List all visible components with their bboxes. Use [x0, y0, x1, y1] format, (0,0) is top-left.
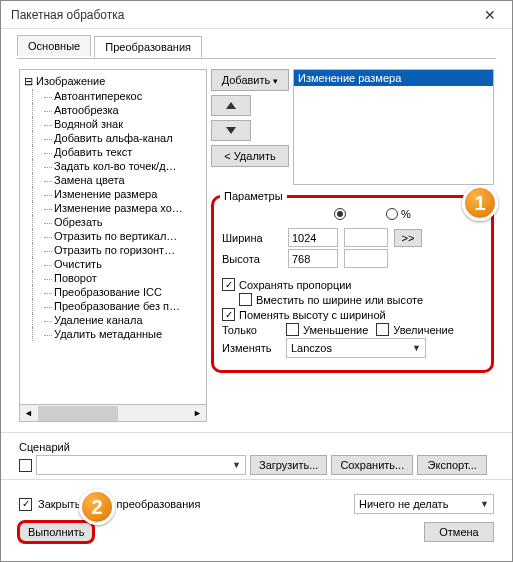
- tree-item[interactable]: Поворот: [44, 271, 204, 285]
- swap-checkbox[interactable]: [222, 308, 235, 321]
- triangle-up-icon: [226, 102, 236, 109]
- keep-ratio-label: Сохранять пропорции: [239, 279, 352, 291]
- scenario-select[interactable]: ▼: [36, 455, 246, 475]
- tree-item[interactable]: Замена цвета: [44, 173, 204, 187]
- chevron-down-icon: ▼: [480, 499, 489, 509]
- export-button[interactable]: Экспорт...: [417, 455, 487, 475]
- fit-label: Вместить по ширине или высоте: [256, 294, 423, 306]
- width-label: Ширина: [222, 232, 282, 244]
- tree-root[interactable]: Изображение: [24, 74, 204, 89]
- tree-item[interactable]: Отразить по вертикал…: [44, 229, 204, 243]
- parameters-legend: Параметры: [220, 190, 287, 202]
- go-button[interactable]: >>: [394, 229, 422, 247]
- tree-item[interactable]: Преобразование без п…: [44, 299, 204, 313]
- swap-label: Поменять высоту с шириной: [239, 309, 386, 321]
- scroll-left-icon[interactable]: ◄: [20, 408, 37, 418]
- scenario-checkbox[interactable]: [19, 459, 32, 472]
- enlarge-checkbox[interactable]: [376, 323, 389, 336]
- chevron-down-icon: ▼: [412, 343, 421, 353]
- window-title: Пакетная обработка: [11, 8, 124, 22]
- cancel-button[interactable]: Отмена: [424, 522, 494, 542]
- enlarge-label: Увеличение: [393, 324, 454, 336]
- tree-hscroll[interactable]: ◄ ►: [19, 405, 207, 422]
- tab-main[interactable]: Основные: [17, 35, 91, 56]
- tree-item[interactable]: Удалить метаданные: [44, 327, 204, 341]
- selected-transforms-list[interactable]: Изменение размера: [293, 69, 494, 185]
- tree-item[interactable]: Изменение размера хо…: [44, 201, 204, 215]
- scroll-right-icon[interactable]: ►: [189, 408, 206, 418]
- load-button[interactable]: Загрузить...: [250, 455, 327, 475]
- width-percent-input[interactable]: [344, 228, 388, 247]
- after-action-select[interactable]: Ничего не делать ▼: [354, 494, 494, 514]
- shrink-label: Уменьшение: [303, 324, 368, 336]
- annotation-badge-2: 2: [79, 489, 115, 525]
- save-button[interactable]: Сохранить...: [331, 455, 413, 475]
- triangle-down-icon: [226, 127, 236, 134]
- chevron-down-icon: ▾: [273, 76, 278, 86]
- radio-percent[interactable]: %: [386, 208, 411, 220]
- parameters-group: Параметры % Ширина >> Высота: [211, 195, 494, 373]
- annotation-badge-1: 1: [462, 185, 498, 221]
- height-percent-input[interactable]: [344, 249, 388, 268]
- tab-transforms[interactable]: Преобразования: [94, 36, 202, 58]
- close-after-checkbox[interactable]: [19, 498, 32, 511]
- scenario-label: Сценарий: [19, 437, 494, 455]
- tree-item[interactable]: Отразить по горизонт…: [44, 243, 204, 257]
- execute-button[interactable]: Выполнить: [19, 522, 93, 542]
- remove-button[interactable]: < Удалить: [211, 145, 289, 167]
- tree-item[interactable]: Удаление канала: [44, 313, 204, 327]
- only-label: Только: [222, 324, 282, 336]
- tree-item[interactable]: Добавить текст: [44, 145, 204, 159]
- tree-item[interactable]: Автоантиперекос: [44, 89, 204, 103]
- close-icon[interactable]: ✕: [470, 2, 510, 28]
- radio-pixels[interactable]: [334, 208, 346, 220]
- tree-item[interactable]: Водяной знак: [44, 117, 204, 131]
- resample-select[interactable]: Lanczos ▼: [286, 338, 426, 358]
- tree-item[interactable]: Изменение размера: [44, 187, 204, 201]
- list-item[interactable]: Изменение размера: [294, 70, 493, 86]
- tree-item[interactable]: Обрезать: [44, 215, 204, 229]
- resample-label: Изменять: [222, 342, 282, 354]
- move-down-button[interactable]: [211, 120, 251, 141]
- tree-item[interactable]: Автообрезка: [44, 103, 204, 117]
- transform-tree[interactable]: Изображение Автоантиперекос Автообрезка …: [19, 69, 207, 405]
- tree-item[interactable]: Очистить: [44, 257, 204, 271]
- fit-checkbox[interactable]: [239, 293, 252, 306]
- tree-item[interactable]: Добавить альфа-канал: [44, 131, 204, 145]
- height-input[interactable]: [288, 249, 338, 268]
- shrink-checkbox[interactable]: [286, 323, 299, 336]
- height-label: Высота: [222, 253, 282, 265]
- width-input[interactable]: [288, 228, 338, 247]
- add-button[interactable]: Добавить ▾: [211, 69, 289, 91]
- tree-item[interactable]: Задать кол-во точек/д…: [44, 159, 204, 173]
- radio-on-icon: [334, 208, 346, 220]
- tree-item[interactable]: Преобразование ICC: [44, 285, 204, 299]
- keep-ratio-checkbox[interactable]: [222, 278, 235, 291]
- radio-off-icon: [386, 208, 398, 220]
- move-up-button[interactable]: [211, 95, 251, 116]
- chevron-down-icon: ▼: [232, 460, 241, 470]
